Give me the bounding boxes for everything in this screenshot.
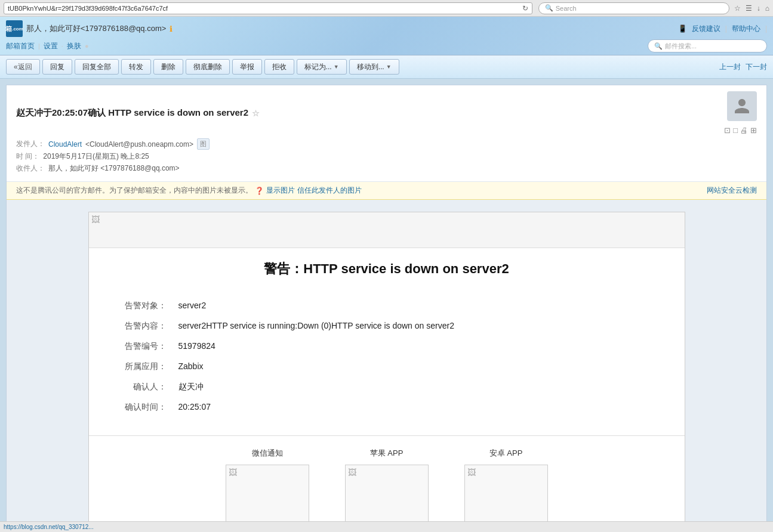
delete-button[interactable]: 删除 <box>153 59 183 75</box>
wechat-qr-item: 微信通知 🖼 <box>226 448 309 532</box>
url-bar[interactable]: tUB0PknYwhU&r=29f179d3f39d698fc47f3c6a76… <box>4 2 532 14</box>
avatar-icon <box>733 97 751 115</box>
android-broken-icon: 🖼 <box>467 468 476 477</box>
delete-perm-button[interactable]: 彻底删除 <box>186 59 230 75</box>
alert-content: 警告：HTTP service is down on server2 告警对象：… <box>89 248 685 435</box>
browser-chrome: tUB0PknYwhU&r=29f179d3f39d698fc47f3c6a76… <box>0 0 773 17</box>
search-icon: 🔍 <box>545 4 553 12</box>
status-bar: https://blog.csdn.net/qq_330712... <box>0 521 773 532</box>
subject-text: 赵天冲于20:25:07确认 HTTP service is down on s… <box>16 107 248 119</box>
mail-search-box[interactable]: 🔍 邮件搜索... <box>648 39 767 52</box>
wechat-broken-icon: 🖼 <box>229 468 237 477</box>
toolbar-nav: 上一封 下一封 <box>719 62 767 72</box>
search-label: Search <box>556 5 577 12</box>
inbox-link[interactable]: 邮箱首页 <box>6 41 35 51</box>
home-icon[interactable]: ⌂ <box>765 4 769 13</box>
confirmer-label: 确认人： <box>113 377 173 397</box>
email-subject-right: ⊡ □ 🖨 ⊞ <box>724 91 757 135</box>
skin-link[interactable]: 换肤 <box>67 41 81 51</box>
user-name: 那人，如此可好<1797876188@qq.com> <box>26 23 166 34</box>
apple-qr-item: 苹果 APP 🖼 <box>345 448 429 532</box>
browser-search-box[interactable]: 🔍 Search <box>538 2 729 14</box>
move-to-arrow: ▼ <box>386 64 392 70</box>
to-value: 那人，如此可好 <1797876188@qq.com> <box>48 163 180 174</box>
url-text: tUB0PknYwhU&r=29f179d3f39d698fc47f3c6a76… <box>8 5 168 12</box>
warning-icon: ℹ <box>170 24 173 33</box>
browser-icons: 🔍 Search ☆ ☰ ↓ ⌂ <box>538 2 769 14</box>
download-icon[interactable]: ↓ <box>757 4 760 13</box>
divider1: | <box>725 24 727 33</box>
user-info: 箱 .com 那人，如此可好<1797876188@qq.com> ℹ <box>6 20 173 37</box>
email-content-area: 赵天冲于20:25:07确认 HTTP service is down on s… <box>0 79 773 532</box>
mailbox-logo: 箱 .com <box>6 20 23 37</box>
move-to-button[interactable]: 移动到... ▼ <box>349 59 399 75</box>
email-subject-line: 赵天冲于20:25:07确认 HTTP service is down on s… <box>16 91 757 135</box>
status-url: https://blog.csdn.net/qq_330712... <box>4 524 94 530</box>
security-check-link[interactable]: 网站安全云检测 <box>707 186 757 194</box>
more-action[interactable]: ⊞ <box>750 126 757 135</box>
broken-image-icon: 🖼 <box>91 215 100 224</box>
print-action[interactable]: 🖨 <box>740 126 748 135</box>
nav-sep1: | <box>38 42 40 50</box>
refresh-icon[interactable]: ↻ <box>522 4 528 13</box>
apple-label: 苹果 APP <box>370 448 404 459</box>
sender-row: 发件人： CloudAlert <CloudAlert@push.oneapm.… <box>16 138 757 150</box>
bookmark-icon[interactable]: ☆ <box>734 4 741 13</box>
mobile-icon[interactable]: 📱 <box>678 24 687 33</box>
email-fields: 发件人： CloudAlert <CloudAlert@push.oneapm.… <box>16 138 757 174</box>
window-action-2[interactable]: □ <box>733 126 738 135</box>
sender-label: 发件人： <box>16 139 45 149</box>
question-icon: ❓ <box>255 187 264 195</box>
reader-icon[interactable]: ☰ <box>746 4 752 13</box>
forward-button[interactable]: 转发 <box>121 59 151 75</box>
email-subject-left: 赵天冲于20:25:07确认 HTTP service is down on s… <box>16 107 260 119</box>
email-body-inner: 🖼 警告：HTTP service is down on server2 告警对… <box>88 212 685 532</box>
avatar <box>727 91 757 121</box>
help-link[interactable]: 帮助中心 <box>732 24 760 34</box>
email-actions-top: ⊡ □ 🖨 ⊞ <box>724 126 757 135</box>
back-button[interactable]: «返回 <box>6 59 40 75</box>
time-value: 2019年5月17日(星期五) 晚上8:25 <box>43 151 149 162</box>
table-row: 告警编号： 51979824 <box>113 336 661 357</box>
email-header-top: 箱 .com 那人，如此可好<1797876188@qq.com> ℹ 📱 反馈… <box>0 17 773 38</box>
email-toolbar: «返回 回复 回复全部 转发 删除 彻底删除 举报 拒收 标记为... ▼ 移动… <box>0 55 773 79</box>
mark-as-button[interactable]: 标记为... ▼ <box>297 59 347 75</box>
star-icon[interactable]: ☆ <box>252 109 260 118</box>
security-bar-left: 这不是腾讯公司的官方邮件。为了保护邮箱安全，内容中的图片未被显示。 ❓ 显示图片… <box>16 185 362 196</box>
email-body: 🖼 警告：HTTP service is down on server2 告警对… <box>7 200 766 532</box>
show-images-link[interactable]: 显示图片 <box>266 185 295 196</box>
settings-link[interactable]: 设置 <box>44 41 58 51</box>
alert-table: 告警对象： server2 告警内容： server2HTTP service … <box>113 296 661 417</box>
time-row: 时 间： 2019年5月17日(星期五) 晚上8:25 <box>16 151 757 162</box>
table-row: 告警对象： server2 <box>113 296 661 316</box>
email-header-image: 🖼 <box>89 212 685 248</box>
table-row: 确认人： 赵天冲 <box>113 377 661 397</box>
table-row: 确认时间： 20:25:07 <box>113 397 661 417</box>
android-label: 安卓 APP <box>489 448 523 459</box>
to-label: 收件人： <box>16 163 45 174</box>
trust-sender-link[interactable]: 信任此发件人的图片 <box>297 185 362 196</box>
reply-button[interactable]: 回复 <box>42 59 72 75</box>
report-button[interactable]: 举报 <box>232 59 262 75</box>
feedback-link[interactable]: 反馈建议 <box>692 24 720 34</box>
sender-name[interactable]: CloudAlert <box>48 140 82 149</box>
nav-sep2: · <box>61 42 63 50</box>
reply-all-button[interactable]: 回复全部 <box>75 59 119 75</box>
reject-button[interactable]: 拒收 <box>264 59 294 75</box>
qr-row: 微信通知 🖼 苹果 APP 🖼 安卓 APP <box>113 448 661 532</box>
to-row: 收件人： 那人，如此可好 <1797876188@qq.com> <box>16 163 757 174</box>
number-value: 51979824 <box>173 336 661 357</box>
email-nav-bar: 邮箱首页 | 设置 · 换肤 ● 🔍 邮件搜索... <box>0 38 773 55</box>
app-label: 所属应用： <box>113 357 173 377</box>
table-row: 所属应用： Zabbix <box>113 357 661 377</box>
prev-email-link[interactable]: 上一封 <box>719 62 741 72</box>
window-action-1[interactable]: ⊡ <box>724 126 731 135</box>
next-email-link[interactable]: 下一封 <box>746 62 767 72</box>
qr-section: 微信通知 🖼 苹果 APP 🖼 安卓 APP <box>89 436 685 532</box>
security-bar-right: 网站安全云检测 <box>707 185 757 196</box>
android-qr-item: 安卓 APP 🖼 <box>464 448 548 532</box>
alert-title: 警告：HTTP service is down on server2 <box>113 260 661 278</box>
sender-icon[interactable]: 图 <box>197 138 210 150</box>
target-value: server2 <box>173 296 661 316</box>
mark-as-arrow: ▼ <box>334 64 339 70</box>
